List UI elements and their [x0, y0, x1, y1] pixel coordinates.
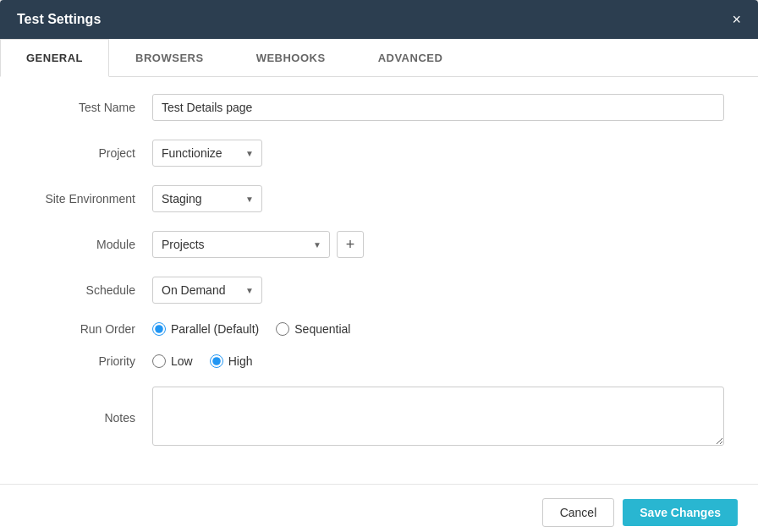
project-control: Functionize [152, 140, 724, 167]
cancel-button[interactable]: Cancel [542, 498, 615, 527]
test-settings-modal: Test Settings × GENERAL BROWSERS WEBHOOK… [0, 0, 758, 532]
add-module-button[interactable]: + [337, 231, 364, 258]
test-name-input[interactable] [152, 94, 724, 121]
site-environment-select-wrapper: Staging Production Development [152, 185, 262, 212]
schedule-label: Schedule [34, 283, 152, 297]
tab-browsers[interactable]: BROWSERS [109, 39, 230, 76]
run-order-row: Run Order Parallel (Default) Sequential [34, 322, 724, 336]
module-label: Module [34, 238, 152, 251]
site-environment-label: Site Environment [34, 192, 152, 206]
tab-general[interactable]: GENERAL [0, 39, 109, 77]
modal-title: Test Settings [17, 12, 101, 27]
modal-header: Test Settings × [0, 0, 758, 39]
project-label: Project [34, 146, 152, 160]
test-name-control [152, 94, 724, 121]
tab-advanced[interactable]: ADVANCED [352, 39, 470, 76]
test-name-label: Test Name [34, 101, 152, 114]
run-order-label: Run Order [34, 322, 152, 336]
modal-body: Test Name Project Functionize Site Envir… [0, 77, 758, 484]
notes-row: Notes [34, 387, 724, 448]
priority-high-text: High [228, 354, 253, 368]
module-row: Module Projects Dashboard Settings + [34, 231, 724, 258]
tab-webhooks[interactable]: WEBHOOKS [230, 39, 352, 76]
notes-textarea[interactable] [152, 387, 724, 446]
run-order-parallel-label[interactable]: Parallel (Default) [152, 322, 259, 336]
save-changes-button[interactable]: Save Changes [623, 499, 738, 526]
priority-radio-group: Low High [152, 354, 724, 368]
priority-row: Priority Low High [34, 354, 724, 368]
site-environment-select[interactable]: Staging Production Development [152, 185, 262, 212]
module-row-inner: Projects Dashboard Settings + [152, 231, 724, 258]
priority-low-label[interactable]: Low [152, 354, 193, 368]
close-button[interactable]: × [732, 12, 741, 27]
modal-footer: Cancel Save Changes [0, 484, 758, 532]
priority-low-text: Low [171, 354, 193, 368]
schedule-select-wrapper: On Demand Daily Weekly [152, 277, 262, 304]
schedule-control: On Demand Daily Weekly [152, 277, 724, 304]
site-environment-control: Staging Production Development [152, 185, 724, 212]
priority-low-radio[interactable] [152, 354, 166, 368]
priority-high-radio[interactable] [210, 354, 223, 368]
run-order-parallel-radio[interactable] [152, 322, 166, 336]
schedule-row: Schedule On Demand Daily Weekly [34, 277, 724, 304]
run-order-parallel-text: Parallel (Default) [171, 322, 259, 336]
run-order-radio-group: Parallel (Default) Sequential [152, 322, 724, 336]
tab-bar: GENERAL BROWSERS WEBHOOKS ADVANCED [0, 39, 758, 77]
module-select[interactable]: Projects Dashboard Settings [152, 231, 330, 258]
run-order-control: Parallel (Default) Sequential [152, 322, 724, 336]
schedule-select[interactable]: On Demand Daily Weekly [152, 277, 262, 304]
run-order-sequential-label[interactable]: Sequential [276, 322, 350, 336]
notes-control [152, 387, 724, 448]
run-order-sequential-text: Sequential [294, 322, 350, 336]
project-select-wrapper: Functionize [152, 140, 262, 167]
run-order-sequential-radio[interactable] [276, 322, 289, 336]
project-select[interactable]: Functionize [152, 140, 262, 167]
test-name-row: Test Name [34, 94, 724, 121]
site-environment-row: Site Environment Staging Production Deve… [34, 185, 724, 212]
priority-high-label[interactable]: High [210, 354, 253, 368]
priority-label: Priority [34, 354, 152, 368]
notes-label: Notes [34, 411, 152, 425]
priority-control: Low High [152, 354, 724, 368]
project-row: Project Functionize [34, 140, 724, 167]
module-control: Projects Dashboard Settings + [152, 231, 724, 258]
module-select-wrapper: Projects Dashboard Settings [152, 231, 330, 258]
